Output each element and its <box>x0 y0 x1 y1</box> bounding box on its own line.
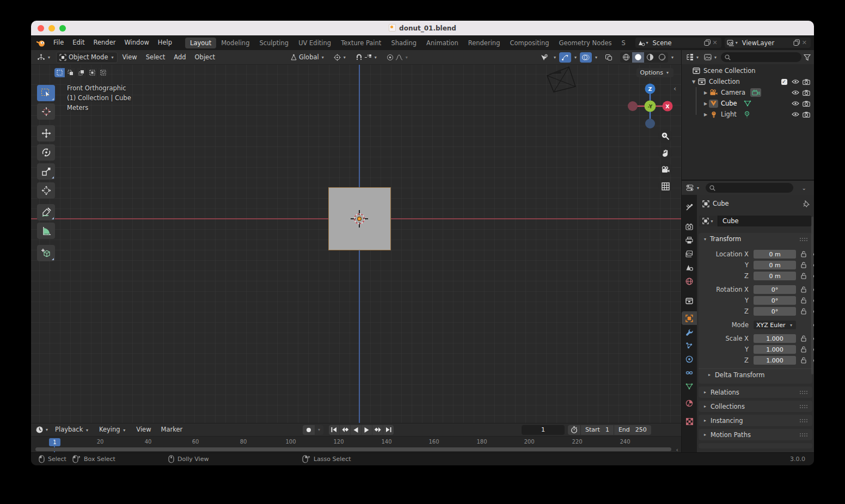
object-visibility-button[interactable] <box>538 52 550 63</box>
drag-grip-icon[interactable] <box>799 419 808 422</box>
select-mode-new-button[interactable] <box>54 68 65 77</box>
tab-output[interactable] <box>682 233 697 247</box>
timeline-menu-playback[interactable]: Playback ▾ <box>51 422 94 438</box>
tab-scene[interactable] <box>682 261 697 274</box>
viewport-menu-select[interactable]: Select <box>142 50 169 65</box>
rotation-mode-dropdown[interactable]: XYZ Euler▾ <box>754 321 796 329</box>
auto-keying-toggle[interactable] <box>303 425 315 435</box>
properties-search-input[interactable] <box>706 183 793 193</box>
location-y-field[interactable]: 0 m <box>754 261 796 269</box>
instancing-panel[interactable]: ▸ Instancing <box>699 415 812 426</box>
rotation-x-field[interactable]: 0° <box>754 285 796 294</box>
expand-icon[interactable]: ▶ <box>702 90 709 95</box>
properties-editor-type-button[interactable]: ▾ <box>685 183 701 192</box>
drag-grip-icon[interactable] <box>799 237 808 241</box>
add-cube-tool[interactable] <box>37 245 55 261</box>
menu-window[interactable]: Window <box>120 35 153 50</box>
pan-viewport-button[interactable] <box>658 146 672 160</box>
lock-icon[interactable] <box>799 357 809 364</box>
chevron-down-icon[interactable]: ▾ <box>671 55 673 60</box>
remove-view-layer-icon[interactable]: ✕ <box>800 39 809 46</box>
scale-x-field[interactable]: 1.000 <box>754 334 796 343</box>
lock-icon[interactable] <box>799 286 809 293</box>
breadcrumb-object-name[interactable]: Cube <box>713 200 729 207</box>
shading-material-preview-button[interactable] <box>644 52 656 63</box>
menu-render[interactable]: Render <box>89 35 120 50</box>
timeline-ruler[interactable]: 1 20 40 60 80 100 120 140 160 180 200 22… <box>31 437 681 452</box>
options-dropdown[interactable]: Options ▾ <box>636 68 673 77</box>
xray-toggle[interactable] <box>603 52 615 63</box>
rotate-tool[interactable] <box>37 144 55 161</box>
rotation-y-field[interactable]: 0° <box>754 296 796 305</box>
lock-icon[interactable] <box>799 335 809 342</box>
outliner-row-camera[interactable]: ▶ Camera <box>682 87 814 98</box>
hide-in-viewport-toggle[interactable] <box>791 77 800 86</box>
snapping-controls[interactable]: ▾ <box>353 53 381 62</box>
menu-edit[interactable]: Edit <box>68 35 89 50</box>
disable-in-renders-toggle[interactable] <box>802 88 811 97</box>
workspace-tab-sculpting[interactable]: Sculpting <box>254 38 293 48</box>
scale-z-field[interactable]: 1.000 <box>754 356 796 365</box>
disable-in-renders-toggle[interactable] <box>802 99 811 108</box>
outliner-row-collection[interactable]: ▼ Collection ✓ <box>682 76 814 87</box>
select-mode-subtract-button[interactable] <box>76 68 87 77</box>
drag-grip-icon[interactable] <box>799 433 808 437</box>
toggle-orthographic-button[interactable] <box>658 179 672 193</box>
tab-texture[interactable] <box>682 415 697 428</box>
tab-object-data[interactable] <box>682 379 697 393</box>
properties-options-dropdown[interactable]: ⌄ <box>799 185 810 191</box>
timeline-menu-keying[interactable]: Keying ▾ <box>95 422 131 438</box>
location-z-field[interactable]: 0 m <box>754 272 796 280</box>
expand-icon[interactable]: ▶ <box>702 112 709 117</box>
viewport-menu-add[interactable]: Add <box>169 50 190 65</box>
tab-collection[interactable] <box>682 294 697 308</box>
outliner-row-light[interactable]: ▶ Light <box>682 109 814 120</box>
pivot-point-dropdown[interactable]: ▾ <box>331 53 350 62</box>
tab-tool[interactable] <box>682 200 697 214</box>
workspace-tab-shading[interactable]: Shading <box>386 38 421 48</box>
menu-help[interactable]: Help <box>154 35 176 50</box>
end-frame-field[interactable]: End250 <box>614 425 651 435</box>
auto-keying-options[interactable]: ▾ <box>315 425 323 435</box>
select-box-tool[interactable] <box>37 85 55 101</box>
new-view-layer-icon[interactable] <box>793 39 800 46</box>
cursor-tool[interactable] <box>37 103 55 120</box>
rotation-z-field[interactable]: 0° <box>754 307 796 316</box>
drag-grip-icon[interactable] <box>799 390 808 394</box>
properties-scrollbar[interactable] <box>811 217 813 374</box>
viewport-menu-view[interactable]: View <box>118 50 141 65</box>
chevron-down-icon[interactable]: ▾ <box>554 55 556 60</box>
hide-in-viewport-toggle[interactable] <box>791 99 800 108</box>
jump-to-end-button[interactable] <box>383 425 394 435</box>
timeline-menu-view[interactable]: View <box>132 422 155 437</box>
proportional-editing-controls[interactable]: ▾ <box>384 53 412 62</box>
drag-grip-icon[interactable] <box>799 404 808 408</box>
workspace-tab-uv-editing[interactable]: UV Editing <box>293 38 336 48</box>
tab-modifiers[interactable] <box>682 325 697 339</box>
workspace-tab-animation[interactable]: Animation <box>421 38 463 48</box>
outliner-row-scene-collection[interactable]: Scene Collection <box>682 65 814 76</box>
expand-icon[interactable]: ▶ <box>702 101 709 106</box>
collection-checkbox[interactable]: ✓ <box>780 77 788 86</box>
mode-dropdown[interactable]: Object Mode ▾ <box>56 52 118 63</box>
tab-render[interactable] <box>682 220 697 233</box>
menu-file[interactable]: File <box>49 35 68 50</box>
tab-particles[interactable] <box>682 339 697 352</box>
lock-icon[interactable] <box>799 308 809 315</box>
blender-logo-icon[interactable] <box>36 39 46 47</box>
scale-tool[interactable] <box>37 163 55 180</box>
object-id-icon[interactable]: ▾ <box>699 216 718 226</box>
camera-view-button[interactable] <box>658 162 672 176</box>
use-preview-range-toggle[interactable] <box>568 425 580 435</box>
timeline-menu-marker[interactable]: Marker <box>157 422 187 437</box>
outliner-display-mode-button[interactable]: ▾ <box>685 53 701 62</box>
relations-panel[interactable]: ▸ Relations <box>699 386 812 398</box>
play-button[interactable] <box>362 425 372 435</box>
outliner-filter-mode-button[interactable]: ▾ <box>703 53 719 62</box>
show-overlays-toggle[interactable] <box>580 52 592 63</box>
workspace-tab-texture-paint[interactable]: Texture Paint <box>336 38 386 48</box>
select-mode-intersect-button[interactable] <box>98 68 108 77</box>
viewport-menu-object[interactable]: Object <box>191 50 219 65</box>
light-data-icon[interactable] <box>742 110 752 119</box>
next-keyframe-button[interactable] <box>372 425 383 435</box>
